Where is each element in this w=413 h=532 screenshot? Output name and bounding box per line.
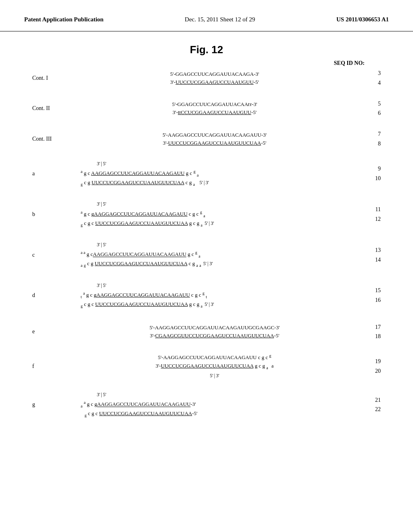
entry-e: e 5'-AAGGAGCCUUCAGGAUUACAAGAUUGCGAAGC-3'… bbox=[32, 322, 381, 342]
entry-seqno-cont3: 78 bbox=[357, 129, 381, 149]
entry-label-f: f bbox=[32, 363, 73, 370]
seq-line-2: 3'-UUCCUCGGAAGUCCUAAUGUU-5' bbox=[73, 78, 357, 86]
seq-line-6: 3'-UUCCUCGGAAGUCCUAAUGUUCUAA-5' bbox=[73, 139, 357, 147]
main-content: Fig. 12 SEQ ID NO: Cont. I 5'-GGAGCCUUCA… bbox=[0, 31, 413, 446]
entry-sequences-cont2: 5'-GGAGCCUUCAGGAUUACAAtт-3' 3'-ttCCUCGGA… bbox=[73, 100, 357, 116]
seq-line-3: 5'-GGAGCCUUCAGGAUUACAAtт-3' bbox=[73, 100, 357, 108]
header-publication-title: Patent Application Publication bbox=[24, 16, 104, 23]
entry-seqno-cont1: 34 bbox=[357, 69, 381, 88]
seq-line-4: 3'-ttCCUCGGAAGUCCUAAUGUU-5' bbox=[73, 108, 357, 116]
entry-a: a 3' | 5' a g c AAGGAGCCUUCAGGAUUACAAGAU… bbox=[32, 160, 381, 188]
entry-seqno-f: 1920 bbox=[357, 357, 381, 376]
header-date-sheet: Dec. 15, 2011 Sheet 12 of 29 bbox=[185, 16, 255, 23]
seq-line-e1: 5'-AAGGAGCCUUCAGGAUUACAAGAUUGCGAAGC-3' bbox=[73, 324, 357, 332]
entry-label-cont3: Cont. III bbox=[32, 136, 73, 142]
entry-label-g: g bbox=[32, 401, 73, 408]
entry-sequences-cont1: 5'-GGAGCCUUCAGGAUUACAAGA-3' 3'-UUCCUCGGA… bbox=[73, 70, 357, 86]
entry-cont3: Cont. III 5'-AAGGAGCCUUCAGGAUUACAAGAUU-3… bbox=[32, 129, 381, 149]
entry-label-b: b bbox=[32, 211, 73, 218]
seq-line-e2: 3'-CGAAGCGUUCCUCGGAAGUCCUAAUGUUCUAA-5' bbox=[73, 332, 357, 340]
entry-f: f 5'-AAGGAGCCUUCAGGAUUACAAGAUU c g c g 3… bbox=[32, 353, 381, 380]
entry-cont2: Cont. II 5'-GGAGCCUUCAGGAUUACAAtт-3' 3'-… bbox=[32, 99, 381, 118]
entry-sequences-cont3: 5'-AAGGAGCCUUCAGGAUUACAAGAUU-3' 3'-UUCCU… bbox=[73, 131, 357, 147]
entry-sequences-f: 5'-AAGGAGCCUUCAGGAUUACAAGAUU c g c g 3'-… bbox=[73, 353, 357, 380]
entry-c: c 3' | 5' a a g cAAGGAGCCUUCAGGAUUACAAGA… bbox=[32, 241, 381, 269]
entry-sequences-d: 3' | 5' t a g c gAAGGAGCCUUCAGGAUUACAAGA… bbox=[73, 282, 357, 310]
entry-label-e: e bbox=[32, 328, 73, 335]
entry-cont1: Cont. I 5'-GGAGCCUUCAGGAUUACAAGA-3' 3'-U… bbox=[32, 69, 381, 88]
page-header: Patent Application Publication Dec. 15, … bbox=[0, 0, 413, 31]
entry-sequences-b: 3' | 5' a g c gAAGGAGCCUUCAGGAUUACAAGAUU… bbox=[73, 200, 357, 228]
entry-b: b 3' | 5' a g c gAAGGAGCCUUCAGGAUUACAAGA… bbox=[32, 200, 381, 228]
entry-seqno-a: 910 bbox=[357, 164, 381, 183]
seq-id-label: SEQ ID NO: bbox=[32, 60, 381, 66]
entry-sequences-e: 5'-AAGGAGCCUUCAGGAUUACAAGAUUGCGAAGC-3' 3… bbox=[73, 324, 357, 340]
entry-sequences-c: 3' | 5' a a g cAAGGAGCCUUCAGGAUUACAAGAUU… bbox=[73, 241, 357, 269]
entry-sequences-g: 3' | 5' a a g c gAAGGAGCCUUCAGGAUUACAAGA… bbox=[73, 391, 357, 419]
figure-title: Fig. 12 bbox=[32, 44, 381, 56]
entry-label-a: a bbox=[32, 170, 73, 177]
header-patent-number: US 2011/0306653 A1 bbox=[336, 16, 389, 23]
seq-line-5: 5'-AAGGAGCCUUCAGGAUUACAAGAUU-3' bbox=[73, 131, 357, 139]
seq-line-1: 5'-GGAGCCUUCAGGAUUACAAGA-3' bbox=[73, 70, 357, 78]
entry-d: d 3' | 5' t a g c gAAGGAGCCUUCAGGAUUACAA… bbox=[32, 282, 381, 310]
entry-label-c: c bbox=[32, 252, 73, 258]
entry-label-cont2: Cont. II bbox=[32, 105, 73, 112]
entry-seqno-c: 1314 bbox=[357, 245, 381, 265]
entry-sequences-a: 3' | 5' a g c AAGGAGCCUUCAGGAUUACAAGAUU … bbox=[73, 160, 357, 188]
entry-seqno-b: 1112 bbox=[357, 205, 381, 224]
entry-seqno-d: 1516 bbox=[357, 286, 381, 305]
entry-seqno-e: 1718 bbox=[357, 322, 381, 342]
entry-label-d: d bbox=[32, 292, 73, 299]
entry-label-cont1: Cont. I bbox=[32, 75, 73, 81]
entry-seqno-g: 2122 bbox=[357, 395, 381, 415]
entry-seqno-cont2: 56 bbox=[357, 99, 381, 118]
entry-g: g 3' | 5' a a g c gAAGGAGCCUUCAGGAUUACAA… bbox=[32, 391, 381, 419]
